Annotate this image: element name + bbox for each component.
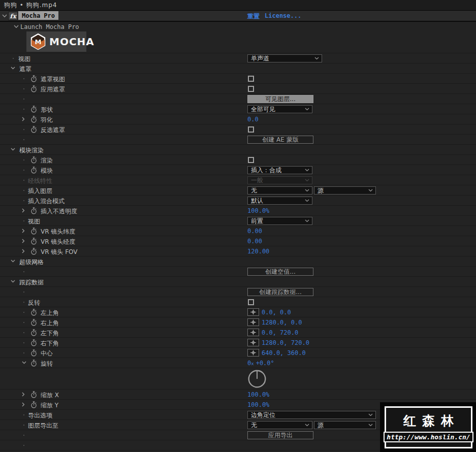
scale-y-value[interactable]: 100.0% [247, 401, 269, 408]
render-stopwatch-icon[interactable] [30, 156, 37, 164]
corner-lower-left-value[interactable]: 0.0, 720.0 [262, 329, 298, 336]
insert-opacity-value[interactable]: 100.0% [247, 207, 269, 214]
rotation-dial-icon[interactable] [247, 369, 267, 389]
center-point-picker-icon[interactable] [247, 349, 259, 357]
scale-x-value[interactable]: 100.0% [247, 391, 269, 398]
apply-matte-stopwatch-icon[interactable] [30, 85, 37, 92]
row-separator-dot [23, 180, 24, 181]
row-center: 中心640.0, 360.0 [0, 348, 476, 358]
corner-lower-right-point-picker-icon[interactable] [247, 339, 259, 346]
shape-stopwatch-icon[interactable] [30, 106, 37, 113]
visible-layers-button[interactable]: 可见图层... [247, 95, 313, 103]
insert-blend-mode-label: 插入混合模式 [28, 197, 65, 206]
insert-opacity-twirl-right-icon[interactable] [22, 208, 25, 213]
effect-twirl-down-icon[interactable] [2, 14, 7, 18]
scale-y-twirl-right-icon[interactable] [22, 402, 25, 407]
insert-opacity-stopwatch-icon[interactable] [30, 207, 37, 214]
module-view-select[interactable]: 前置 [247, 217, 312, 225]
module-stopwatch-icon[interactable] [30, 167, 37, 174]
apply-matte-checkbox[interactable] [248, 86, 254, 92]
rotation-twirl-down-icon[interactable] [22, 361, 26, 364]
corner-lower-left-stopwatch-icon[interactable] [30, 329, 37, 336]
shape-label: 形状 [41, 106, 53, 114]
row-vr-lens-fov: VR 镜头 FOV120.00 [0, 246, 476, 256]
feather-twirl-right-icon[interactable] [22, 117, 25, 121]
vr-lens-latitude-stopwatch-icon[interactable] [30, 228, 37, 235]
panel-tab-title[interactable]: 狗狗 • 狗狗.mp4 [4, 0, 57, 10]
insert-layer-select[interactable]: 无 [247, 186, 312, 195]
corner-lower-left-point-picker-icon[interactable] [247, 329, 259, 336]
vr-lens-latitude-value[interactable]: 0.00 [247, 228, 262, 235]
rotation-stopwatch-icon[interactable] [30, 360, 37, 367]
corner-lower-right-stopwatch-icon[interactable] [30, 339, 37, 346]
invert-matte-stopwatch-icon[interactable] [30, 126, 37, 133]
create-tracking-data-button[interactable]: 创建跟踪数据... [247, 288, 313, 296]
vr-lens-fov-value[interactable]: 120.00 [247, 248, 269, 255]
scale-y-stopwatch-icon[interactable] [30, 401, 37, 408]
create-nulls-button[interactable]: 创建空值... [247, 268, 313, 276]
vr-lens-longitude-twirl-right-icon[interactable] [22, 239, 25, 243]
scale-x-stopwatch-icon[interactable] [30, 391, 37, 398]
create-ae-mask-button[interactable]: 创建 AE 蒙版 [247, 136, 313, 144]
render-checkbox[interactable] [248, 157, 254, 163]
row-create-tracking-data: 创建跟踪数据... [0, 287, 476, 297]
corner-upper-left-value[interactable]: 0.0, 0.0 [262, 309, 291, 316]
row-apply-matte: 应用遮罩 [0, 84, 476, 94]
invert-matte-checkbox[interactable] [248, 126, 254, 133]
matte-view-checkbox[interactable] [248, 76, 254, 82]
layer-export-to-secondary-select[interactable]: 源 [314, 421, 376, 429]
row-insert-blend-mode: 插入混合模式默认 [0, 196, 476, 206]
insert-layer-secondary-select[interactable]: 源 [314, 186, 376, 195]
vr-lens-fov-stopwatch-icon[interactable] [30, 248, 37, 255]
center-stopwatch-icon[interactable] [30, 349, 37, 357]
corner-upper-right-point-picker-icon[interactable] [247, 318, 259, 326]
row-separator-dot [23, 435, 24, 436]
mocha-hexagon-logo-icon: M [30, 34, 46, 50]
launch-mocha-button[interactable]: M MOCHA [26, 31, 86, 52]
super-grid-group-twirl-down-icon[interactable] [11, 260, 15, 263]
vr-lens-latitude-label: VR 镜头纬度 [41, 228, 75, 236]
feather-stopwatch-icon[interactable] [30, 116, 37, 123]
scale-x-twirl-right-icon[interactable] [22, 392, 25, 397]
matte-view-stopwatch-icon[interactable] [30, 75, 37, 82]
module-select[interactable]: 插入：合成 [247, 166, 312, 174]
row-separator-dot [23, 332, 24, 333]
effect-name[interactable]: Mocha Pro [18, 11, 58, 20]
row-corner-lower-right: 右下角1280.0, 720.0 [0, 338, 476, 348]
watermark-name: 红森林 [397, 412, 460, 429]
corner-lower-right-value[interactable]: 1280.0, 720.0 [262, 339, 309, 346]
export-option-select[interactable]: 边角定位 [247, 411, 376, 419]
row-rotation: 旋转0x+0.0° [0, 358, 476, 368]
row-separator-dot [13, 58, 14, 59]
row-separator-dot [23, 342, 24, 343]
shape-select[interactable]: 全部可见 [247, 105, 312, 113]
row-invert-matte: 反选遮罩 [0, 124, 476, 135]
view-select[interactable]: 单声道 [247, 54, 322, 62]
corner-lower-left-label: 左下角 [41, 329, 59, 338]
vr-lens-fov-twirl-right-icon[interactable] [22, 249, 25, 253]
tracking-data-group-twirl-down-icon[interactable] [11, 280, 15, 283]
warp-props-select: 一般 [247, 176, 312, 184]
insert-blend-mode-select[interactable]: 默认 [247, 197, 312, 205]
invert-checkbox[interactable] [248, 299, 254, 305]
feather-value[interactable]: 0.0 [247, 116, 259, 123]
license-link[interactable]: License... [265, 12, 301, 19]
module-render-group-twirl-down-icon[interactable] [11, 148, 15, 151]
launch-twirl-down-icon[interactable] [14, 25, 19, 28]
corner-upper-left-point-picker-icon[interactable] [247, 308, 259, 316]
center-value[interactable]: 640.0, 360.0 [262, 349, 306, 357]
reset-link[interactable]: 重置 [247, 12, 260, 21]
vr-lens-latitude-twirl-right-icon[interactable] [22, 229, 25, 233]
effect-header-row: fx Mocha Pro 重置 License... [0, 11, 476, 22]
apply-export-button[interactable]: 应用导出 [247, 431, 313, 439]
corner-upper-right-value[interactable]: 1280.0, 0.0 [262, 319, 302, 326]
matte-group-twirl-down-icon[interactable] [11, 67, 15, 70]
corner-upper-left-stopwatch-icon[interactable] [30, 309, 37, 316]
warp-props-label: 经线特性 [28, 177, 52, 185]
vr-lens-longitude-value[interactable]: 0.00 [247, 238, 262, 245]
rotation-value[interactable]: 0x+0.0° [247, 360, 274, 367]
layer-export-to-select[interactable]: 无 [247, 421, 312, 429]
vr-lens-longitude-stopwatch-icon[interactable] [30, 238, 37, 245]
row-corner-lower-left: 左下角0.0, 720.0 [0, 328, 476, 338]
corner-upper-right-stopwatch-icon[interactable] [30, 319, 37, 326]
